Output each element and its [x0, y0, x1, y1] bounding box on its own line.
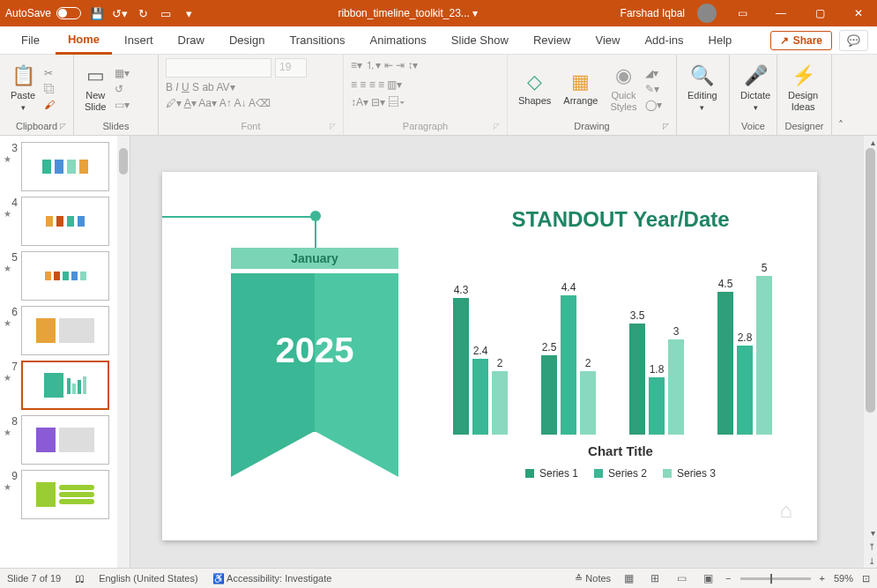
thumb-7[interactable]: 7★ — [0, 358, 130, 413]
align-left-button[interactable]: ≡ — [351, 78, 357, 91]
document-title[interactable]: ribbon_timeline_toolkit_23... ▾ — [204, 7, 612, 19]
notes-button[interactable]: ≙ Notes — [575, 573, 611, 584]
design-ideas-button[interactable]: ⚡Design Ideas — [784, 63, 821, 115]
bullets-button[interactable]: ≡▾ — [351, 59, 362, 71]
font-size-combo[interactable]: 19 — [275, 58, 307, 78]
bold-button[interactable]: B — [166, 81, 173, 93]
fit-window-icon[interactable]: ⊡ — [862, 573, 870, 584]
restore-button[interactable]: ▢ — [806, 0, 833, 26]
strike-button[interactable]: S — [192, 81, 199, 93]
change-case-button[interactable]: Aa▾ — [198, 97, 217, 109]
month-label[interactable]: January — [231, 248, 398, 269]
shape-outline-icon[interactable]: ✎▾ — [645, 83, 662, 95]
slide-editor[interactable]: January 2025 STANDOUT Year/Date 4.32.422… — [130, 136, 877, 568]
editor-scrollbar[interactable]: ▴ ▾ ⤒ ⤓ — [864, 136, 877, 568]
font-launcher-icon[interactable]: ◸ — [330, 122, 336, 130]
arrange-button[interactable]: ▦Arrange — [560, 69, 601, 109]
zoom-in-button[interactable]: + — [820, 573, 825, 584]
home-icon[interactable]: ⌂ — [780, 498, 793, 523]
minimize-button[interactable]: — — [768, 0, 794, 26]
indent-inc-button[interactable]: ⇥ — [396, 59, 405, 71]
font-color-icon[interactable]: 🖊▾ — [166, 97, 182, 109]
tab-design[interactable]: Design — [217, 27, 277, 53]
clipboard-launcher-icon[interactable]: ◸ — [60, 122, 66, 130]
tab-animations[interactable]: Animations — [358, 27, 439, 53]
section-icon[interactable]: ▭▾ — [115, 99, 130, 111]
shapes-button[interactable]: ◇Shapes — [515, 69, 554, 109]
spell-check-icon[interactable]: 🕮 — [75, 573, 85, 584]
shape-fill-icon[interactable]: ◢▾ — [645, 67, 662, 79]
user-name[interactable]: Farshad Iqbal — [621, 7, 685, 19]
italic-button[interactable]: I — [175, 81, 178, 93]
autosave-toggle[interactable]: AutoSave — [5, 7, 81, 19]
shrink-font-button[interactable]: A↓ — [234, 97, 246, 109]
format-painter-icon[interactable]: 🖌 — [44, 99, 55, 111]
reset-icon[interactable]: ↺ — [115, 83, 130, 95]
shape-effects-icon[interactable]: ◯▾ — [645, 99, 662, 111]
highlight-icon[interactable]: A▾ — [184, 97, 197, 109]
slideshow-view-icon[interactable]: ▣ — [699, 571, 717, 585]
reading-view-icon[interactable]: ▭ — [673, 571, 690, 585]
line-spacing-button[interactable]: ↕▾ — [407, 59, 418, 71]
quick-styles-button[interactable]: ◉Quick Styles — [606, 63, 640, 115]
cut-icon[interactable]: ✂ — [44, 67, 55, 79]
qat-dropdown-icon[interactable]: ▾ — [182, 6, 196, 20]
tab-addins[interactable]: Add-ins — [632, 27, 695, 53]
user-avatar[interactable] — [697, 4, 717, 23]
slide-canvas[interactable]: January 2025 STANDOUT Year/Date 4.32.422… — [162, 172, 817, 540]
editing-button[interactable]: 🔍Editing▾ — [684, 63, 721, 114]
tab-draw[interactable]: Draw — [166, 27, 217, 53]
clear-format-button[interactable]: A⌫ — [249, 97, 271, 109]
font-family-combo[interactable] — [166, 58, 271, 78]
tab-transitions[interactable]: Transitions — [277, 27, 357, 53]
sorter-view-icon[interactable]: ⊞ — [646, 571, 664, 585]
accessibility-status[interactable]: ♿ Accessibility: Investigate — [212, 573, 332, 584]
normal-view-icon[interactable]: ▦ — [620, 571, 637, 585]
text-direction-button[interactable]: ↕A▾ — [351, 96, 368, 108]
grow-font-button[interactable]: A↑ — [219, 97, 232, 109]
align-text-button[interactable]: ⊟▾ — [371, 96, 385, 108]
slide-counter[interactable]: Slide 7 of 19 — [7, 573, 61, 584]
thumbnails-scrollbar[interactable] — [117, 136, 130, 568]
justify-button[interactable]: ≡ — [378, 78, 384, 91]
dictate-button[interactable]: 🎤Dictate▾ — [737, 63, 774, 114]
numbering-button[interactable]: ⒈▾ — [365, 59, 381, 71]
save-icon[interactable]: 💾 — [90, 6, 104, 20]
comments-button[interactable]: 💬 — [839, 30, 868, 51]
collapse-ribbon-icon[interactable]: ˄ — [832, 55, 850, 135]
indent-dec-button[interactable]: ⇤ — [384, 59, 393, 71]
ribbon-display-icon[interactable]: ▭ — [729, 0, 755, 26]
tab-insert[interactable]: Insert — [112, 27, 166, 53]
year-banner[interactable] — [231, 273, 398, 476]
shadow-button[interactable]: ab — [202, 81, 213, 93]
char-spacing-button[interactable]: AV▾ — [216, 81, 234, 93]
tab-help[interactable]: Help — [696, 27, 745, 53]
tab-home[interactable]: Home — [56, 26, 112, 55]
thumb-3[interactable]: 3★ — [0, 139, 130, 194]
redo-icon[interactable]: ↻ — [136, 6, 150, 20]
copy-icon[interactable]: ⿻ — [44, 83, 55, 95]
thumb-4[interactable]: 4★ — [0, 194, 130, 249]
tab-file[interactable]: File — [9, 27, 52, 53]
tab-review[interactable]: Review — [521, 27, 583, 53]
drawing-launcher-icon[interactable]: ◸ — [663, 122, 669, 130]
align-right-button[interactable]: ≡ — [369, 78, 375, 91]
thumb-5[interactable]: 5★ — [0, 249, 130, 303]
zoom-level[interactable]: 59% — [834, 573, 853, 584]
undo-icon[interactable]: ↺▾ — [113, 6, 127, 20]
layout-icon[interactable]: ▦▾ — [115, 67, 130, 79]
paste-button[interactable]: 📋Paste▾ — [7, 63, 39, 114]
start-from-beginning-icon[interactable]: ▭ — [159, 6, 173, 20]
tab-view[interactable]: View — [583, 27, 633, 53]
tab-slideshow[interactable]: Slide Show — [439, 27, 521, 53]
close-button[interactable]: ✕ — [845, 0, 872, 26]
share-button[interactable]: ↗Share — [770, 31, 832, 50]
chart[interactable]: STANDOUT Year/Date 4.32.422.54.423.51.83… — [444, 207, 797, 498]
thumb-9[interactable]: 9★ — [0, 467, 130, 522]
new-slide-button[interactable]: ▭New Slide — [81, 63, 109, 115]
language-status[interactable]: English (United States) — [99, 573, 198, 584]
underline-button[interactable]: U — [182, 81, 190, 93]
align-center-button[interactable]: ≡ — [360, 78, 366, 91]
thumb-8[interactable]: 8★ — [0, 413, 130, 467]
paragraph-launcher-icon[interactable]: ◸ — [494, 122, 500, 130]
